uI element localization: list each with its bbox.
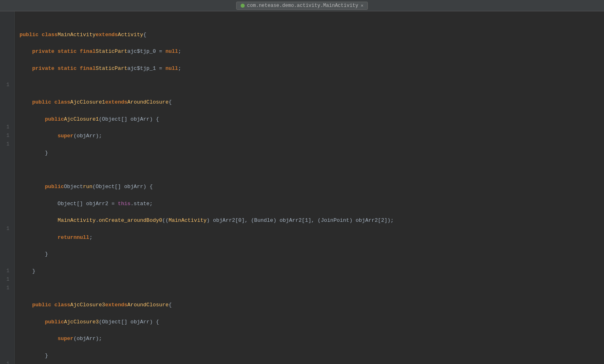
tab-icon <box>241 4 245 8</box>
tab-label: com.netease.demo.activity.MainActivity <box>247 3 358 9</box>
code-line <box>20 81 604 90</box>
code-line: } <box>20 267 604 276</box>
code-line: public class MainActivity extends Activi… <box>20 31 604 39</box>
code-line: public AjcClosure1(Object[] objArr) { <box>20 115 604 124</box>
close-icon[interactable]: ✕ <box>361 3 364 8</box>
code-line: } <box>20 149 604 158</box>
code-line: Object[] objArr2 = this.state; <box>20 200 604 208</box>
line-numbers: 1 1 1 1 1 1 1 1 1 <box>0 11 15 364</box>
code-line: super(objArr); <box>20 335 604 343</box>
code-line: private static final StaticPart ajc$tjp_… <box>20 48 604 56</box>
code-line: } <box>20 352 604 360</box>
code-line: super(objArr); <box>20 132 604 141</box>
code-line: } <box>20 250 604 259</box>
file-tab[interactable]: com.netease.demo.activity.MainActivity ✕ <box>236 2 368 10</box>
code-line: private static final StaticPart ajc$tjp_… <box>20 65 604 73</box>
code-lines: public class MainActivity extends Activi… <box>15 11 604 364</box>
code-line: public class AjcClosure1 extends AroundC… <box>20 98 604 107</box>
code-editor: 1 1 1 1 1 1 1 1 1 <box>0 11 604 364</box>
code-line: public Object run(Object[] objArr) { <box>20 183 604 191</box>
code-line: public class AjcClosure3 extends AroundC… <box>20 301 604 310</box>
code-line <box>20 284 604 293</box>
code-line: return null; <box>20 234 604 242</box>
code-line <box>20 166 604 174</box>
code-line: MainActivity.onCreate_aroundBody0((MainA… <box>20 217 604 225</box>
tab-bar: com.netease.demo.activity.MainActivity ✕ <box>0 0 604 11</box>
code-line: public AjcClosure3(Object[] objArr) { <box>20 318 604 327</box>
